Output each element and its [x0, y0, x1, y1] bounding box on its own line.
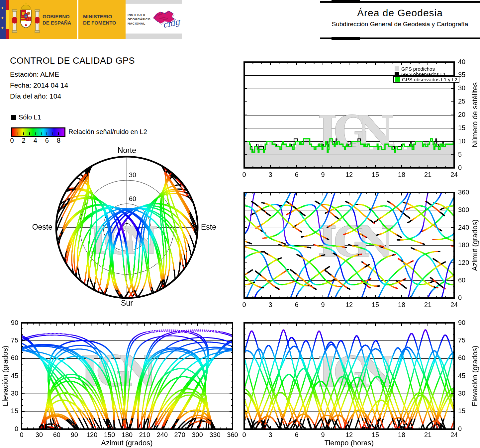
elevation-time-canvas: [239, 320, 472, 446]
skyplot-east-label: Este: [201, 223, 216, 232]
legend-row-predicted: GPS predichos: [395, 66, 435, 71]
colorbar-number: 8: [53, 137, 64, 144]
gobierno-box: GOBIERNO DE ESPAÑA: [9, 0, 77, 39]
skyplot-west-label: Oeste: [26, 223, 52, 232]
colorbar-tick: [52, 132, 53, 135]
star-icon: ★: [1, 16, 4, 20]
snr-colorbar-label: Relación señal/ruido en L2: [68, 128, 147, 136]
elevation-time-ylabel: Elevación (grados): [471, 345, 479, 406]
gps-quality-report: { "header": { "gobierno": {"line1": "GOB…: [0, 0, 480, 448]
colorbar-tick: [41, 132, 42, 135]
area-subtitle: Subdirección General de Geodesia y Carto…: [320, 21, 480, 28]
date-line: Fecha: 2014 04 14: [10, 81, 68, 89]
elevation-azimuth-ylabel: Elevación (grados): [1, 345, 10, 406]
elevation-time-xlabel: Tiempo (horas): [325, 439, 374, 447]
colorbar-tick: [35, 132, 36, 135]
station-line: Estación: ALME: [10, 70, 59, 78]
star-icon: ★: [1, 6, 4, 10]
satellite-count-ylabel: Número de satélites: [471, 82, 479, 147]
elevation-azimuth-chart: [6, 320, 239, 446]
area-header: Área de Geodesia Subdirección General de…: [320, 0, 480, 41]
area-title: Área de Geodesia: [320, 7, 480, 19]
colorbar-number: 6: [41, 137, 52, 144]
elevation-time-chart: [239, 320, 472, 446]
observed-l1-swatch: [395, 72, 399, 76]
page-title: CONTROL DE CALIDAD GPS: [10, 56, 135, 66]
elevation-azimuth-xlabel: Azimut (grados): [101, 439, 152, 447]
spain-coat-of-arms-icon: [12, 2, 40, 37]
colorbar-tick: [23, 132, 24, 135]
skyplot-ring-30: 30: [129, 171, 136, 179]
predicted-label: GPS predichos: [401, 66, 435, 72]
colorbar-tick: [18, 132, 18, 135]
doy-line: Día del año: 104: [10, 92, 61, 100]
colorbar-number: 0: [6, 137, 18, 144]
gobierno-label: GOBIERNO DE ESPAÑA: [43, 13, 71, 26]
skyplot-north-label: Norte: [107, 146, 147, 155]
colorbar-tick: [47, 132, 47, 135]
instituto-label: INSTITUTO GEOGRÁFICO NACIONAL: [128, 13, 150, 26]
spain-flag-strip: [6, 0, 9, 39]
solo-l1-swatch: [11, 115, 16, 120]
logo-bar: ★ ★ ★: [0, 0, 186, 39]
skyplot-canvas: [47, 145, 209, 310]
observed-l1l2-swatch: [395, 77, 400, 82]
colorbar-tick: [29, 132, 30, 135]
eu-flag-strip: ★ ★ ★: [0, 0, 6, 39]
snr-colorbar: [11, 127, 65, 137]
ministerio-box: MINISTERIO DE FOMENTO: [78, 0, 126, 39]
predicted-swatch: [395, 66, 399, 71]
legend-row-observed-l1l2: GPS observados L1 y L2: [393, 76, 459, 83]
skyplot-chart: [47, 145, 209, 310]
azimuth-time-ylabel: Azimut (grados): [471, 219, 479, 271]
colorbar-number: 2: [18, 137, 29, 144]
solo-l1-label: Sólo L1: [19, 113, 41, 121]
observed-l1l2-label: GPS observados L1 y L2: [402, 77, 457, 82]
cnig-logo-icon: cnig: [148, 9, 181, 30]
elevation-azimuth-canvas: [6, 320, 239, 446]
skyplot-south-label: Sur: [107, 299, 147, 308]
skyplot-ring-60: 60: [129, 195, 136, 203]
instituto-panel: INSTITUTO GEOGRÁFICO NACIONAL cnig: [126, 0, 182, 39]
azimuth-time-chart: [239, 190, 472, 307]
star-icon: ★: [1, 26, 4, 30]
colorbar-tick: [58, 132, 59, 135]
colorbar-number: 4: [30, 137, 41, 144]
azimuth-time-canvas: [239, 190, 472, 307]
ministerio-label: MINISTERIO DE FOMENTO: [83, 13, 116, 26]
